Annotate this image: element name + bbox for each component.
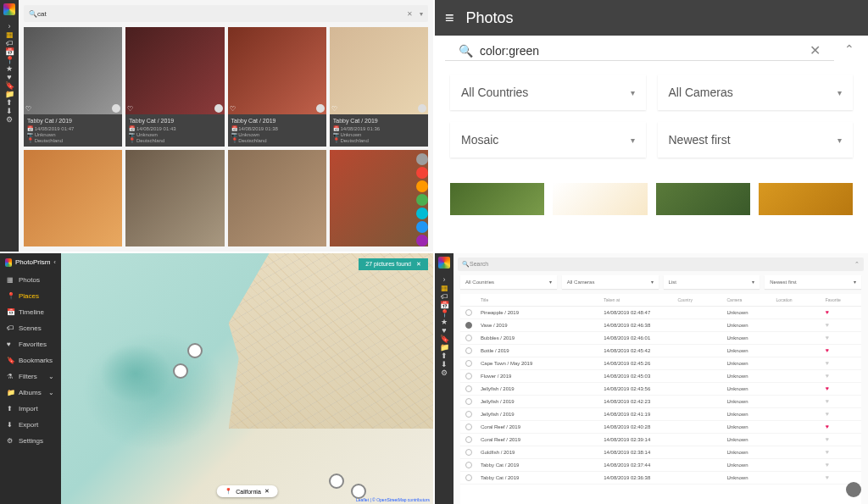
column-header[interactable]: Title (481, 297, 604, 302)
row-select[interactable] (465, 449, 472, 456)
expand-icon[interactable]: ⌄ (48, 389, 54, 396)
favorite-icon[interactable]: ♥ (826, 322, 856, 328)
sidebar-icon[interactable]: ♥ (440, 326, 448, 335)
column-header[interactable]: Country (677, 297, 726, 302)
favorite-icon[interactable]: ♥ (826, 335, 856, 341)
sidebar-icon[interactable]: ★ (5, 64, 14, 73)
select-icon[interactable] (214, 104, 223, 113)
sidebar-item[interactable]: ♥Favorites (0, 336, 61, 352)
favorite-icon[interactable]: ♥ (826, 474, 856, 480)
menu-icon[interactable]: ≡ (445, 9, 454, 27)
favorite-icon[interactable]: ♥ (826, 373, 856, 379)
row-select[interactable] (465, 335, 472, 341)
sidebar-icon[interactable]: 📍 (440, 309, 448, 318)
map-pin[interactable] (173, 363, 188, 379)
row-select[interactable] (465, 398, 472, 405)
favorite-icon[interactable]: ♥ (826, 347, 856, 353)
heart-icon[interactable]: ♡ (230, 105, 236, 113)
fab-button[interactable] (846, 482, 861, 497)
fab-button[interactable] (416, 235, 428, 246)
search-placeholder[interactable]: Search (470, 261, 854, 267)
clear-icon[interactable]: ✕ (407, 10, 413, 18)
sidebar-icon[interactable]: ⬆ (440, 352, 448, 360)
sidebar-item[interactable]: 📍Places (0, 288, 61, 304)
sidebar-item[interactable]: ▦Photos (0, 272, 61, 288)
column-header[interactable]: Favorite (826, 297, 856, 302)
table-row[interactable]: Jellyfish / 201914/08/2019 02:43:56Unkno… (460, 383, 861, 396)
fab-button[interactable] (416, 167, 428, 179)
sidebar-item[interactable]: ⚗Filters⌄ (0, 368, 61, 385)
sidebar-icon[interactable]: 🔖 (5, 81, 14, 90)
favorite-icon[interactable]: ♥ (826, 385, 856, 391)
fab-button[interactable] (416, 208, 428, 219)
sidebar-item[interactable]: 🏷Scenes (0, 320, 61, 336)
sidebar-icon[interactable]: 🏷 (5, 39, 14, 47)
search-bar[interactable]: 🔍 color:green ✕ (445, 36, 834, 61)
table-row[interactable]: Bubbles / 201914/08/2019 02:46:01Unknown… (460, 332, 861, 345)
select-icon[interactable] (112, 104, 120, 113)
filter-select[interactable]: All Countries▾ (450, 75, 646, 110)
table-row[interactable]: Tabby Cat / 201914/08/2019 02:36:38Unkno… (460, 472, 861, 485)
photo-thumb[interactable] (759, 183, 853, 215)
filter-select[interactable]: Newest first▾ (765, 275, 861, 289)
table-row[interactable]: Jellyfish / 201914/08/2019 02:41:19Unkno… (460, 408, 861, 421)
table-row[interactable]: Coral Reef / 201914/08/2019 02:40:28Unkn… (460, 421, 861, 434)
row-select[interactable] (465, 411, 472, 418)
row-select[interactable] (465, 309, 472, 316)
map-pin[interactable] (329, 474, 344, 489)
favorite-icon[interactable]: ♥ (826, 411, 856, 417)
filter-select[interactable]: All Cameras▾ (562, 275, 659, 289)
sidebar-icon[interactable]: 🏷 (440, 292, 448, 301)
sidebar-icon[interactable]: 📁 (440, 343, 448, 352)
favorite-icon[interactable]: ♥ (826, 309, 856, 315)
row-select[interactable] (465, 322, 472, 329)
collapse-icon[interactable]: ⌃ (844, 42, 854, 56)
filter-select[interactable]: Newest first▾ (658, 122, 854, 158)
fab-button[interactable] (416, 194, 428, 206)
favorite-icon[interactable]: ♥ (826, 424, 856, 429)
sidebar-item[interactable]: 📅Timeline (0, 304, 61, 320)
expand-icon[interactable]: ▾ (420, 10, 423, 18)
sidebar-icon[interactable]: ▦ (440, 284, 448, 292)
collapse-icon[interactable]: ‹ (53, 258, 56, 266)
sidebar-icon[interactable]: ⚙ (440, 368, 448, 377)
sidebar-icon[interactable]: › (440, 275, 448, 284)
map-pin[interactable] (187, 343, 203, 358)
sidebar-icon[interactable]: ⬇ (440, 360, 448, 368)
photo-card[interactable]: ♡Tabby Cat / 2019📅 14/08/2019 01:38📷 Unk… (228, 27, 326, 147)
photo-card[interactable]: ♡Tabby Cat / 2019📅 14/08/2019 01:43📷 Unk… (125, 27, 224, 147)
select-icon[interactable] (418, 104, 426, 113)
heart-icon[interactable]: ♡ (25, 105, 31, 113)
table-row[interactable]: Tabby Cat / 201914/08/2019 02:37:44Unkno… (460, 459, 861, 472)
column-header[interactable]: Location (776, 297, 826, 302)
photo-thumb[interactable] (656, 183, 750, 215)
photo-thumb[interactable] (553, 183, 647, 215)
row-select[interactable] (465, 424, 472, 430)
row-select[interactable] (465, 385, 472, 392)
favorite-icon[interactable]: ♥ (826, 360, 856, 366)
select-icon[interactable] (316, 104, 325, 113)
search-query[interactable]: color:green (480, 44, 803, 58)
filter-select[interactable]: List▾ (664, 275, 760, 289)
sidebar-icon[interactable]: 📅 (5, 47, 14, 56)
table-row[interactable]: Goldfish / 201914/08/2019 02:38:14Unknow… (460, 446, 861, 459)
heart-icon[interactable]: ♡ (127, 105, 133, 113)
filter-select[interactable]: Mosaic▾ (450, 122, 646, 158)
table-row[interactable]: Coral Reef / 201914/08/2019 02:39:14Unkn… (460, 434, 861, 446)
photo-thumb[interactable] (450, 183, 544, 215)
filter-select[interactable]: All Cameras▾ (658, 75, 854, 110)
sidebar-icon[interactable]: ★ (440, 318, 448, 326)
clear-icon[interactable]: ✕ (810, 42, 821, 58)
photo-thumb[interactable] (330, 150, 428, 246)
search-bar[interactable]: 🔍 Search ⌃ (458, 258, 864, 271)
column-header[interactable]: Taken at (604, 297, 677, 302)
expand-icon[interactable]: ⌄ (48, 373, 54, 380)
app-logo[interactable] (438, 257, 450, 269)
sidebar-item[interactable]: 🔖Bookmarks (0, 352, 61, 368)
map-view[interactable]: 27 pictures found ✕ 📍 California ✕ Leafl… (61, 253, 433, 505)
favorite-icon[interactable]: ♥ (826, 462, 856, 468)
sidebar-item[interactable]: ⬆Import (0, 401, 61, 417)
column-header[interactable]: Camera (726, 297, 776, 302)
sidebar-icon[interactable]: ♥ (5, 73, 14, 81)
sidebar-icon[interactable]: ⬆ (5, 98, 14, 107)
